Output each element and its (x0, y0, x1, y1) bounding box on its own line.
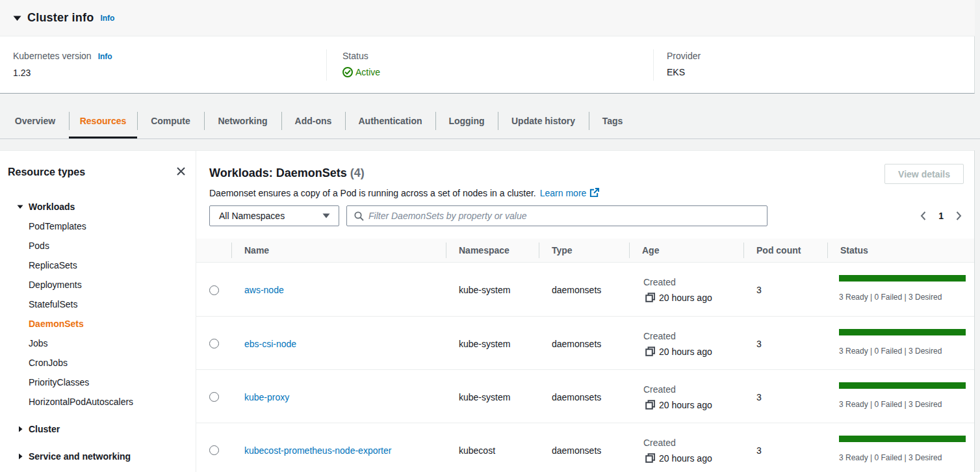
tree-group-workloads[interactable]: Workloads (8, 197, 185, 216)
age-value: 20 hours ago (659, 344, 712, 360)
tree-item-priorityclasses[interactable]: PriorityClasses (29, 373, 185, 392)
cluster-tabs: Overview Resources Compute Networking Ad… (0, 94, 980, 139)
cell-type: daemonsets (539, 262, 629, 316)
tab-authentication[interactable]: Authentication (345, 103, 435, 138)
panel-title: Workloads: DaemonSets (209, 166, 347, 179)
tab-compute[interactable]: Compute (137, 103, 204, 138)
collapse-caret-icon (13, 14, 21, 22)
tab-networking[interactable]: Networking (204, 103, 281, 138)
tab-update-history[interactable]: Update history (498, 103, 589, 138)
cluster-info-header[interactable]: Cluster info Info (0, 0, 975, 36)
cluster-info-info-link[interactable]: Info (100, 14, 114, 23)
column-select (196, 239, 231, 262)
tree-item-daemonsets[interactable]: DaemonSets (29, 314, 185, 334)
next-page-button[interactable] (953, 211, 964, 221)
copy-icon[interactable] (645, 453, 655, 463)
namespace-select[interactable]: All Namespaces (209, 205, 339, 226)
cell-type: daemonsets (539, 423, 629, 472)
tree-group-cluster[interactable]: Cluster (8, 419, 185, 439)
cell-type: daemonsets (539, 316, 629, 369)
sidebar-title: Resource types (8, 165, 85, 179)
cluster-info-body: Kubernetes versionInfo 1.23 Status Activ… (0, 36, 975, 94)
provider-label: Provider (667, 49, 701, 62)
status-text: 3 Ready | 0 Failed | 3 Desired (839, 292, 964, 302)
caret-right-icon (17, 453, 23, 460)
tab-logging[interactable]: Logging (435, 103, 498, 138)
daemonset-name-link[interactable]: ebs-csi-node (244, 339, 296, 349)
row-radio-button[interactable] (209, 392, 219, 402)
table-row: aws-node kube-system daemonsets Created … (196, 262, 974, 316)
filter-search (346, 205, 767, 226)
tree-item-deployments[interactable]: Deployments (29, 275, 185, 295)
status-text: 3 Ready | 0 Failed | 3 Desired (839, 399, 964, 410)
daemonset-name-link[interactable]: kubecost-prometheus-node-exporter (244, 445, 391, 456)
age-created-label: Created (643, 274, 743, 290)
tree-item-jobs[interactable]: Jobs (29, 334, 185, 353)
current-page-number[interactable]: 1 (938, 211, 944, 221)
age-value: 20 hours ago (659, 290, 712, 306)
cell-status: 3 Ready | 0 Failed | 3 Desired (827, 262, 974, 316)
tab-resources[interactable]: Resources (69, 103, 137, 138)
field-provider: Provider EKS (653, 49, 701, 93)
tree-item-podtemplates[interactable]: PodTemplates (29, 216, 185, 236)
status-progress-bar (839, 382, 966, 389)
cell-age: Created 20 hours ago (629, 316, 743, 369)
field-kubernetes-version: Kubernetes versionInfo 1.23 (0, 49, 326, 93)
namespace-select-value: All Namespaces (219, 211, 285, 221)
previous-page-button[interactable] (918, 211, 929, 221)
tree-item-replicasets[interactable]: ReplicaSets (29, 256, 185, 275)
status-progress-bar (839, 275, 966, 282)
daemonset-name-link[interactable]: aws-node (244, 285, 284, 295)
daemonsets-panel: Workloads: DaemonSets (4) View details D… (196, 151, 974, 472)
kubernetes-version-info-link[interactable]: Info (98, 52, 112, 61)
cell-pod-count: 3 (743, 316, 827, 369)
tree-group-service-networking[interactable]: Service and networking (8, 447, 185, 466)
cell-age: Created 20 hours ago (629, 369, 743, 423)
tab-tags[interactable]: Tags (589, 103, 636, 138)
provider-value: EKS (667, 66, 701, 79)
select-caret-down-icon (322, 213, 330, 218)
age-created-label: Created (643, 328, 743, 344)
cell-namespace: kubecost (446, 423, 539, 472)
column-namespace: Namespace (446, 239, 539, 262)
view-details-button[interactable]: View details (884, 164, 964, 184)
status-progress-bar (839, 329, 966, 335)
cell-namespace: kube-system (446, 316, 539, 369)
tree-item-cronjobs[interactable]: CronJobs (29, 353, 185, 373)
filter-search-input[interactable] (368, 211, 762, 221)
caret-down-icon (17, 203, 23, 210)
daemonset-name-link[interactable]: kube-proxy (244, 392, 289, 402)
copy-icon[interactable] (645, 347, 655, 356)
status-text: 3 Ready | 0 Failed | 3 Desired (839, 346, 964, 356)
tree-item-horizontalpodautoscalers[interactable]: HorizontalPodAutoscalers (29, 392, 185, 412)
column-age: Age (629, 239, 743, 262)
cluster-info-title: Cluster info (27, 11, 94, 25)
learn-more-link[interactable]: Learn more (540, 188, 600, 198)
status-text: 3 Ready | 0 Failed | 3 Desired (839, 452, 964, 463)
tab-add-ons[interactable]: Add-ons (281, 103, 345, 138)
copy-icon[interactable] (645, 293, 655, 302)
table-row: kubecost-prometheus-node-exporter kubeco… (196, 423, 974, 472)
resource-tree: Workloads PodTemplates Pods ReplicaSets … (8, 197, 185, 466)
row-radio-button[interactable] (209, 285, 219, 295)
pagination: 1 (918, 211, 964, 221)
row-radio-button[interactable] (209, 445, 219, 455)
cell-type: daemonsets (539, 369, 629, 423)
resource-types-sidebar: Resource types Workloads PodTemplates Po… (0, 151, 196, 472)
cell-status: 3 Ready | 0 Failed | 3 Desired (827, 316, 974, 369)
copy-icon[interactable] (645, 400, 655, 410)
tree-item-statefulsets[interactable]: StatefulSets (29, 295, 185, 314)
kubernetes-version-value: 1.23 (13, 66, 326, 79)
panel-counter: (4) (350, 166, 365, 179)
cell-namespace: kube-system (446, 369, 539, 423)
column-pod-count: Pod count (743, 239, 827, 262)
kubernetes-version-label: Kubernetes version (13, 51, 92, 61)
panel-description: Daemonset ensures a copy of a Pod is run… (209, 188, 536, 198)
search-icon (354, 211, 364, 221)
tree-item-pods[interactable]: Pods (29, 236, 185, 256)
row-radio-button[interactable] (209, 339, 219, 348)
sidebar-close-button[interactable] (177, 167, 185, 176)
status-label: Status (342, 49, 653, 62)
external-link-icon (589, 188, 599, 198)
tab-overview[interactable]: Overview (1, 103, 69, 138)
